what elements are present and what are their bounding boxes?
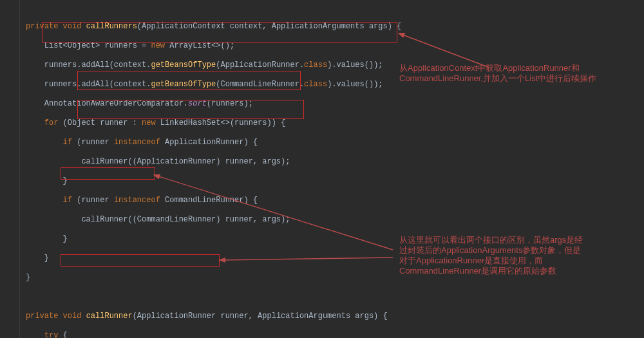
t: List<Object> runners = <box>44 41 151 50</box>
kw-new: new <box>151 41 165 50</box>
t: LinkedHashSet<>(runners)) { <box>156 118 286 127</box>
kw-try: try <box>44 331 59 338</box>
t: (CommandLineRunner. <box>216 80 304 89</box>
t: runners.addAll(context. <box>44 61 151 70</box>
annotation-2-line2: 过封装后的ApplicationArguments参数对象，但是 <box>399 245 638 256</box>
t: { <box>58 331 67 338</box>
kw-if: if <box>63 138 72 147</box>
kw-new: new <box>142 118 156 127</box>
kw: instanceof <box>114 138 160 147</box>
t: AnnotationAwareOrderComparator. <box>44 99 188 108</box>
t: callRunner((ApplicationRunner) runner, a… <box>81 157 290 166</box>
t: } <box>63 176 68 185</box>
kw: class <box>304 80 327 89</box>
m: getBeansOfType <box>151 61 216 70</box>
kw: private void <box>26 312 81 321</box>
method-callRunners: callRunners <box>86 22 137 31</box>
annotation-2-line3: 对于ApplicationRunner是直接使用，而 <box>399 256 638 266</box>
annotation-2-line1: 从这里就可以看出两个接口的区别，虽然args是经 <box>399 235 638 245</box>
t: (Object runner : <box>58 118 142 127</box>
t: CommandLineRunner) { <box>160 196 258 205</box>
m: getBeansOfType <box>151 80 216 89</box>
annotation-2-line4: CommandLineRunner是调用它的原始参数 <box>399 266 638 276</box>
t: } <box>63 234 68 243</box>
t: (ApplicationRunner runner, ApplicationAr… <box>133 312 388 321</box>
t: (ApplicationRunner. <box>216 61 304 70</box>
t: ApplicationRunner) { <box>160 138 258 147</box>
annotation-2: 从这里就可以看出两个接口的区别，虽然args是经 过封装后的Applicatio… <box>399 235 638 276</box>
t: callRunner((CommandLineRunner) runner, a… <box>81 215 290 224</box>
code-editor[interactable]: private void callRunners(ApplicationCont… <box>0 0 644 338</box>
m: callRunner <box>86 312 133 321</box>
kw-if: if <box>63 196 72 205</box>
t: ArrayList<>(); <box>165 41 234 50</box>
t: } <box>26 273 30 282</box>
kw-for: for <box>44 118 59 127</box>
t: (runner <box>72 196 114 205</box>
t: ).values()); <box>327 80 383 89</box>
t: ).values()); <box>327 61 383 70</box>
sig: (ApplicationContext context, Application… <box>137 22 401 31</box>
t: (runners); <box>207 99 253 108</box>
t: runners.addAll(context. <box>44 80 151 89</box>
annotation-1-line2: CommandLineRunner,并加入一个List中进行后续操作 <box>399 73 638 84</box>
t: } <box>44 254 49 263</box>
gutter <box>0 0 20 338</box>
t: (runner <box>72 138 114 147</box>
kw: instanceof <box>114 196 160 205</box>
annotation-1-line1: 从ApplicationContext中获取ApplicationRunner和 <box>399 63 638 73</box>
kw-private: private void <box>26 22 81 31</box>
kw: class <box>304 61 327 70</box>
annotation-1: 从ApplicationContext中获取ApplicationRunner和… <box>399 63 638 84</box>
static-sort: sort <box>188 99 207 108</box>
